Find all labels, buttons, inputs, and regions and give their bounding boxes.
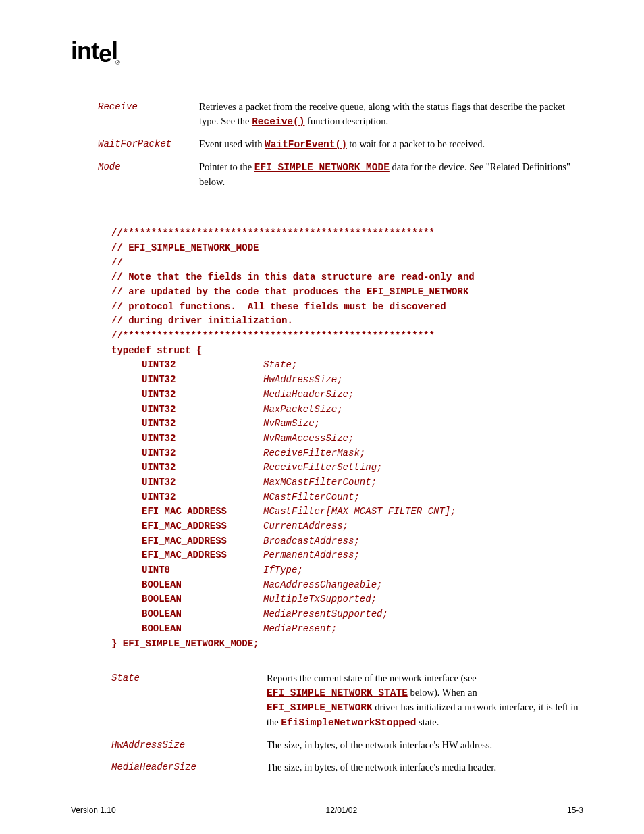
struct-type: BOOLEAN [142,622,263,637]
code-line: // during driver initialization. [111,314,583,329]
struct-field-line: UINT32ReceiveFilterMask; [111,446,583,461]
struct-field: MediaPresent; [263,623,337,634]
code-line: // Note that the fields in this data str… [111,270,583,285]
code-block: //**************************************… [71,226,583,651]
struct-field: CurrentAddress; [263,521,348,531]
struct-type: EFI_MAC_ADDRESS [142,519,263,534]
definition-term: Mode [71,160,199,189]
code-line: typedef struct { [111,344,583,359]
definition-list-top: ReceiveRetrieves a packet from the recei… [71,100,583,189]
struct-field: BroadcastAddress; [263,536,360,546]
definition-row: ModePointer to the EFI_SIMPLE_NETWORK_MO… [71,160,583,189]
struct-field-line: BOOLEANMacAddressChangeable; [111,578,583,593]
definition-row: HwAddressSizeThe size, in bytes, of the … [111,738,583,752]
code-line: // protocol functions. All these fields … [111,300,583,315]
struct-type: BOOLEAN [142,607,263,622]
code-text: EFI_SIMPLE_NETWORK [267,702,373,713]
struct-field: MCastFilter[MAX_MCAST_FILTER_CNT]; [263,506,456,517]
struct-field: ReceiveFilterMask; [263,448,365,459]
struct-field: NvRamAccessSize; [263,433,354,444]
code-link[interactable]: EFI_SIMPLE_NETWORK_STATE [267,687,408,698]
struct-type: UINT8 [142,563,263,578]
struct-type: EFI_MAC_ADDRESS [142,534,263,549]
code-text: EfiSimpleNetworkStopped [281,717,416,728]
code-line: //**************************************… [111,329,583,344]
brand-logo: intel® [71,37,583,66]
struct-type: UINT32 [142,358,263,373]
struct-type: UINT32 [142,417,263,432]
struct-field-line: UINT32ReceiveFilterSetting; [111,461,583,475]
struct-field: HwAddressSize; [263,374,343,385]
code-link[interactable]: EFI_SIMPLE_NETWORK_MODE [254,162,390,173]
definition-desc: The size, in bytes, of the network inter… [267,760,583,775]
struct-type: UINT32 [142,373,263,388]
struct-field-line: BOOLEANMultipleTxSupported; [111,592,583,607]
struct-field-line: EFI_MAC_ADDRESSPermanentAddress; [111,548,583,563]
footer-page: 15-3 [567,806,583,815]
struct-field-line: BOOLEANMediaPresentSupported; [111,607,583,622]
struct-field-line: UINT32State; [111,358,583,373]
struct-field: MaxMCastFilterCount; [263,477,377,488]
definition-desc: Reports the current state of the network… [267,671,583,730]
struct-field: State; [263,359,297,370]
code-line: //**************************************… [111,226,583,241]
struct-field: MacAddressChangeable; [263,579,382,590]
struct-field-line: EFI_MAC_ADDRESSBroadcastAddress; [111,534,583,549]
code-line: } EFI_SIMPLE_NETWORK_MODE; [111,637,583,652]
definition-desc: Event used with WaitForEvent() to wait f… [199,137,583,152]
footer-version: Version 1.10 [71,806,116,815]
definition-desc: The size, in bytes, of the network inter… [267,738,583,752]
code-line: // [111,256,583,271]
code-link[interactable]: WaitForEvent() [265,139,347,150]
definition-term: State [111,671,267,730]
struct-field-line: UINT32MaxPacketSize; [111,402,583,417]
definition-row: ReceiveRetrieves a packet from the recei… [71,100,583,129]
struct-field-line: UINT32NvRamSize; [111,417,583,432]
struct-type: EFI_MAC_ADDRESS [142,504,263,519]
definition-row: StateReports the current state of the ne… [111,671,583,730]
code-link[interactable]: Receive() [252,116,304,127]
code-line: // EFI_SIMPLE_NETWORK_MODE [111,241,583,256]
struct-field-line: UINT32NvRamAccessSize; [111,432,583,446]
struct-field: MediaHeaderSize; [263,389,354,400]
struct-field-line: UINT8IfType; [111,563,583,578]
struct-field-line: UINT32MediaHeaderSize; [111,388,583,402]
struct-type: BOOLEAN [142,592,263,607]
definition-term: WaitForPacket [71,137,199,152]
definition-row: MediaHeaderSizeThe size, in bytes, of th… [111,760,583,775]
struct-field-line: UINT32MCastFilterCount; [111,490,583,505]
struct-type: UINT32 [142,475,263,490]
struct-field: IfType; [263,565,303,575]
struct-field: MediaPresentSupported; [263,608,388,619]
struct-type: UINT32 [142,388,263,402]
struct-type: UINT32 [142,446,263,461]
struct-field-line: EFI_MAC_ADDRESSCurrentAddress; [111,519,583,534]
definition-term: HwAddressSize [111,738,267,752]
struct-field: MCastFilterCount; [263,492,360,502]
struct-field-line: UINT32HwAddressSize; [111,373,583,388]
footer-date: 12/01/02 [325,806,357,815]
definition-term: Receive [71,100,199,129]
struct-type: UINT32 [142,490,263,505]
struct-field: NvRamSize; [263,418,320,429]
definition-term: MediaHeaderSize [111,760,267,775]
struct-field-line: EFI_MAC_ADDRESSMCastFilter[MAX_MCAST_FIL… [111,504,583,519]
definition-row: WaitForPacketEvent used with WaitForEven… [71,137,583,152]
page-footer: Version 1.10 12/01/02 15-3 [71,806,583,815]
struct-type: EFI_MAC_ADDRESS [142,548,263,563]
struct-field-line: UINT32MaxMCastFilterCount; [111,475,583,490]
code-line: // are updated by the code that produces… [111,285,583,300]
struct-field-line: BOOLEANMediaPresent; [111,622,583,637]
struct-field: ReceiveFilterSetting; [263,462,382,473]
struct-field: MaxPacketSize; [263,404,343,415]
struct-field: MultipleTxSupported; [263,594,377,604]
definition-list-bottom: StateReports the current state of the ne… [71,671,583,775]
struct-type: UINT32 [142,402,263,417]
struct-type: UINT32 [142,461,263,475]
struct-field: PermanentAddress; [263,550,360,561]
definition-desc: Pointer to the EFI_SIMPLE_NETWORK_MODE d… [199,160,583,189]
definition-desc: Retrieves a packet from the receive queu… [199,100,583,129]
struct-type: UINT32 [142,432,263,446]
struct-type: BOOLEAN [142,578,263,593]
